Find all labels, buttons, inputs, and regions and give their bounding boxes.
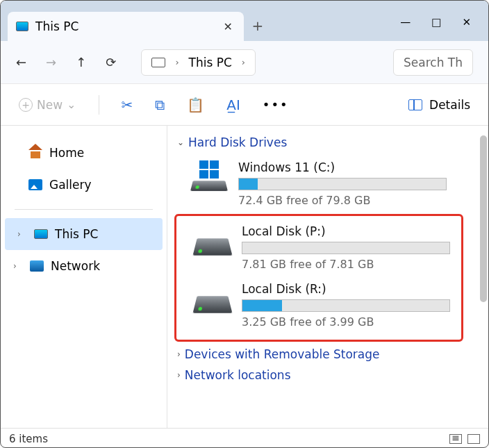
content-pane: ⌄ Hard Disk Drives Windows 11 (C:) 72.4 … [167, 126, 488, 428]
sidebar-item-home[interactable]: Home [1, 137, 167, 169]
chevron-down-icon: ⌄ [67, 98, 76, 111]
sidebar-label: Network [51, 259, 100, 273]
drive-name: Local Disk (R:) [242, 282, 450, 296]
disk-icon [193, 296, 233, 313]
tab-title: This PC [35, 19, 214, 33]
drive-free-text: 72.4 GB free of 79.8 GB [238, 194, 447, 207]
section-label: Devices with Removable Storage [185, 347, 380, 361]
tab-this-pc[interactable]: This PC ✕ [8, 12, 244, 41]
address-bar[interactable]: › This PC › [141, 49, 256, 76]
search-input[interactable]: Search Th [393, 49, 473, 76]
section-label: Network locations [185, 368, 291, 382]
section-network-locations[interactable]: › Network locations [174, 368, 481, 382]
up-button[interactable]: ↑ [76, 55, 86, 69]
monitor-icon [34, 229, 48, 239]
drive-local-disk-p[interactable]: Local Disk (P:) 7.81 GB free of 7.81 GB [178, 220, 460, 278]
drive-free-text: 3.25 GB free of 3.99 GB [242, 315, 450, 329]
cut-icon[interactable]: ✂ [122, 97, 133, 113]
chevron-right-icon: › [175, 57, 179, 67]
sidebar-item-gallery[interactable]: Gallery [1, 169, 167, 201]
sidebar-item-this-pc[interactable]: › This PC [5, 218, 163, 250]
gallery-icon [28, 179, 42, 190]
rename-icon[interactable]: A̲I [226, 97, 240, 113]
toolbar: + New ⌄ ✂ ⧉ 📋 A̲I ••• Details [1, 84, 488, 126]
sidebar-label: Gallery [49, 178, 92, 192]
close-tab-icon[interactable]: ✕ [221, 17, 235, 36]
search-placeholder: Search Th [404, 56, 463, 69]
back-button[interactable]: ← [16, 55, 26, 69]
network-icon [30, 260, 44, 272]
sidebar-label: Home [49, 146, 84, 160]
details-view-icon[interactable] [467, 434, 480, 444]
separator [99, 95, 99, 115]
usage-bar [242, 242, 450, 254]
maximize-button[interactable]: □ [431, 16, 441, 28]
usage-bar [242, 299, 450, 312]
highlight-box: Local Disk (P:) 7.81 GB free of 7.81 GB … [174, 214, 463, 342]
drive-icon [193, 224, 232, 255]
chevron-right-icon: › [177, 370, 181, 380]
breadcrumb-this-pc[interactable]: This PC [189, 56, 232, 69]
scrollbar[interactable] [480, 135, 487, 302]
new-label: New [37, 98, 63, 112]
list-view-icon[interactable] [449, 434, 462, 444]
monitor-icon [16, 22, 28, 31]
section-removable-storage[interactable]: › Devices with Removable Storage [174, 347, 481, 361]
windows-logo-icon [199, 160, 219, 179]
drive-name: Windows 11 (C:) [238, 160, 447, 174]
sidebar: Home Gallery › This PC › Network [1, 126, 167, 428]
details-view-button[interactable]: Details [408, 98, 470, 112]
drive-free-text: 7.81 GB free of 7.81 GB [242, 258, 450, 271]
paste-icon[interactable]: 📋 [187, 97, 204, 113]
close-window-button[interactable]: ✕ [462, 16, 471, 28]
chevron-right-icon[interactable]: › [13, 261, 23, 271]
plus-circle-icon: + [19, 98, 33, 112]
more-button[interactable]: ••• [263, 97, 289, 112]
details-label: Details [429, 98, 470, 112]
navigation-bar: ← → ↑ ⟳ › This PC › Search Th [1, 41, 488, 84]
copy-icon[interactable]: ⧉ [155, 97, 165, 113]
drive-icon [190, 160, 229, 191]
chevron-right-icon: › [177, 349, 181, 359]
home-icon [28, 147, 42, 158]
sidebar-label: This PC [55, 227, 98, 241]
drive-local-disk-r[interactable]: Local Disk (R:) 3.25 GB free of 3.99 GB [178, 278, 460, 335]
new-tab-button[interactable]: + [244, 17, 272, 41]
item-count: 6 items [9, 433, 48, 445]
sidebar-item-network[interactable]: › Network [1, 250, 167, 282]
separator [15, 209, 153, 210]
drive-icon [193, 282, 232, 313]
disk-icon [193, 238, 233, 255]
chevron-right-icon[interactable]: › [17, 229, 27, 239]
forward-button: → [46, 55, 56, 69]
refresh-button[interactable]: ⟳ [106, 55, 116, 69]
new-button: + New ⌄ [19, 98, 76, 112]
usage-bar [238, 178, 447, 190]
section-label: Hard Disk Drives [188, 135, 287, 149]
section-hard-disk-drives[interactable]: ⌄ Hard Disk Drives [174, 135, 481, 149]
chevron-right-icon[interactable]: › [242, 57, 245, 67]
monitor-icon [151, 58, 165, 67]
chevron-down-icon: ⌄ [177, 138, 184, 147]
disk-icon [190, 181, 228, 191]
status-bar: 6 items [1, 428, 488, 448]
title-bar: This PC ✕ + — □ ✕ [1, 1, 488, 41]
drive-name: Local Disk (P:) [242, 224, 450, 238]
drive-windows-11-c[interactable]: Windows 11 (C:) 72.4 GB free of 79.8 GB [174, 156, 481, 214]
minimize-button[interactable]: — [400, 16, 411, 28]
details-icon [408, 99, 422, 110]
